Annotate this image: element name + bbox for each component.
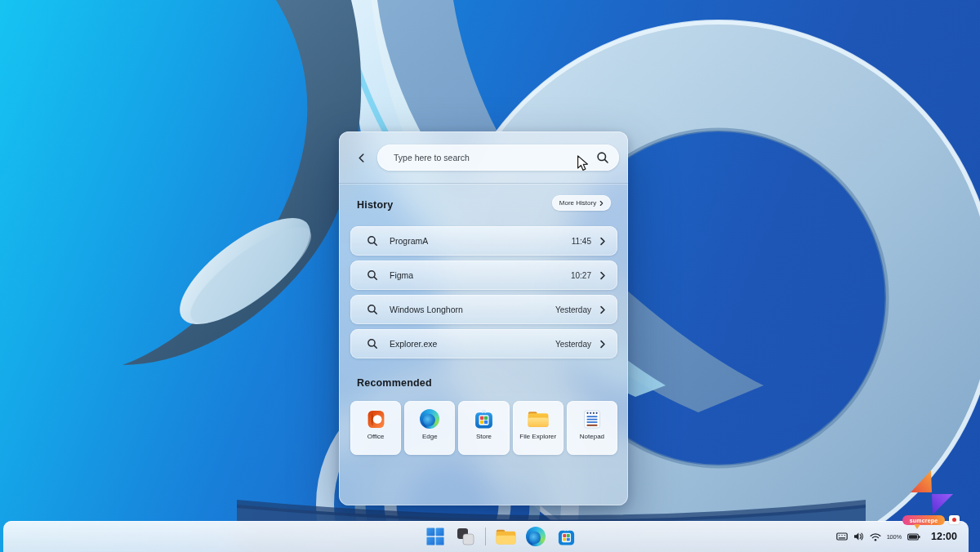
search-icon	[367, 338, 378, 349]
search-icon	[367, 304, 378, 315]
chevron-right-icon	[599, 237, 606, 246]
battery-percent: 100%	[887, 533, 902, 541]
edge-icon	[419, 408, 440, 430]
file-explorer-icon	[528, 408, 549, 430]
wifi-icon[interactable]	[870, 532, 881, 541]
tile-edge[interactable]: Edge	[404, 401, 455, 455]
recommended-title: Recommended	[357, 377, 432, 389]
history-item-explorer-exe[interactable]: Explorer.exe Yesterday	[350, 329, 617, 358]
tile-office[interactable]: Office	[350, 401, 401, 455]
taskbar-clock[interactable]: 12:00	[931, 531, 957, 542]
history-item-time: Yesterday	[555, 305, 591, 314]
chevron-right-icon	[599, 271, 606, 280]
taskbar-store[interactable]	[555, 526, 577, 547]
tile-store[interactable]: Store	[458, 401, 509, 455]
tile-label: File Explorer	[519, 433, 556, 440]
chevron-right-icon	[599, 305, 606, 314]
watermark-pill: sumcrepe	[902, 515, 945, 525]
notepad-icon	[581, 408, 603, 430]
history-item-windows-longhorn[interactable]: Windows Longhorn Yesterday	[350, 295, 617, 324]
flag-badge-icon	[949, 515, 960, 524]
task-view-button[interactable]	[455, 526, 476, 547]
taskbar-divider	[485, 528, 486, 545]
history-item-label: Windows Longhorn	[390, 305, 555, 314]
recommended-tiles: Office Edge	[350, 401, 617, 455]
file-explorer-icon	[496, 528, 516, 545]
task-view-icon	[457, 528, 474, 545]
history-item-time: 10:27	[571, 271, 591, 280]
history-item-figma[interactable]: Figma 10:27	[350, 260, 617, 290]
tile-label: Office	[368, 433, 385, 440]
search-panel: History More History ProgramA 11:45 Figm…	[339, 131, 628, 505]
more-history-button[interactable]: More History	[552, 195, 611, 211]
taskbar-center	[425, 521, 577, 552]
chevron-right-icon	[599, 200, 604, 207]
more-history-label: More History	[559, 199, 596, 207]
tile-label: Edge	[422, 433, 438, 440]
system-tray: 100% 12:00	[836, 521, 957, 552]
desktop: History More History ProgramA 11:45 Figm…	[0, 0, 980, 552]
search-panel-header	[339, 131, 628, 184]
taskbar-edge[interactable]	[525, 526, 546, 547]
back-button[interactable]	[354, 149, 368, 166]
history-item-label: Explorer.exe	[390, 339, 555, 349]
tile-file-explorer[interactable]: File Explorer	[513, 401, 564, 455]
office-icon	[365, 408, 386, 430]
tile-label: Notepad	[580, 433, 604, 440]
start-button[interactable]	[425, 526, 446, 547]
history-item-time: 11:45	[572, 237, 591, 246]
store-icon	[474, 408, 495, 430]
history-item-time: Yesterday	[555, 340, 591, 349]
battery-icon[interactable]	[907, 533, 920, 541]
windows-logo-icon	[426, 528, 444, 545]
taskbar-file-explorer[interactable]	[495, 526, 516, 547]
volume-icon[interactable]	[853, 532, 864, 541]
search-input[interactable]	[392, 152, 596, 163]
tile-label: Store	[476, 433, 492, 440]
edge-icon	[526, 527, 546, 546]
search-icon	[367, 235, 378, 247]
watermark-label: sumcrepe	[910, 518, 938, 523]
chevron-left-icon	[358, 153, 365, 163]
store-icon	[557, 528, 576, 546]
search-box	[377, 145, 619, 171]
tile-notepad[interactable]: Notepad	[567, 401, 617, 455]
history-item-label: ProgramA	[390, 236, 572, 246]
keyboard-icon[interactable]	[836, 532, 848, 541]
watermark: sumcrepe	[902, 515, 960, 525]
search-icon	[367, 269, 378, 281]
history-item-programa[interactable]: ProgramA 11:45	[350, 226, 617, 256]
search-submit-icon[interactable]	[596, 151, 609, 164]
history-title: History	[357, 199, 393, 211]
chevron-right-icon	[599, 340, 606, 349]
taskbar: 100% 12:00	[3, 521, 969, 552]
history-item-label: Figma	[390, 270, 571, 280]
